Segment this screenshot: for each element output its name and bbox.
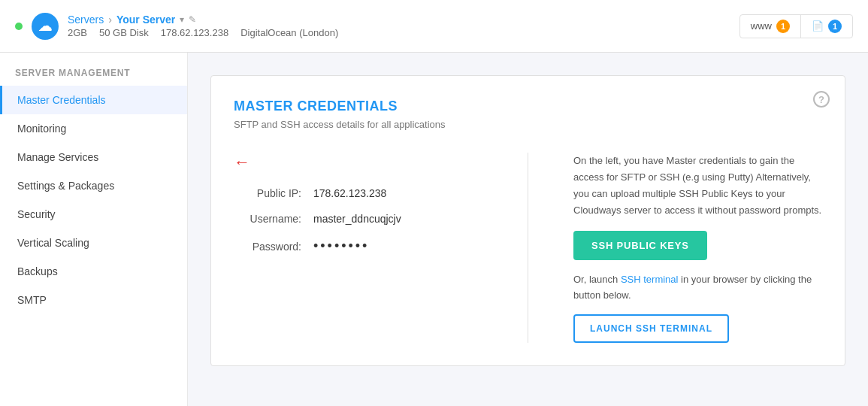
password-label: Password:: [234, 241, 301, 253]
topbar-left: ☁ Servers › Your Server ▾ ✎ 2GB 50 GB Di…: [15, 13, 739, 40]
sidebar-label-settings-packages: Settings & Packages: [17, 180, 114, 192]
sidebar-item-backups[interactable]: Backups: [0, 257, 187, 286]
edit-icon[interactable]: ✎: [189, 14, 196, 25]
layout: Server Management Master Credentials Mon…: [0, 53, 868, 406]
file-icon: 📄: [812, 20, 824, 32]
password-row: Password: ••••••••: [234, 238, 482, 254]
content-subtitle: SFTP and SSH access details for all appl…: [234, 119, 822, 130]
sidebar-label-backups: Backups: [17, 265, 58, 277]
sidebar-label-master-credentials: Master Credentials: [17, 94, 106, 106]
topbar: ☁ Servers › Your Server ▾ ✎ 2GB 50 GB Di…: [0, 0, 868, 53]
ssh-terminal-link[interactable]: SSH terminal: [621, 274, 679, 285]
www-count: 1: [776, 20, 790, 33]
breadcrumb-servers[interactable]: Servers: [68, 14, 104, 26]
public-ip-value: 178.62.123.238: [313, 187, 386, 199]
file-badge[interactable]: 📄 1: [801, 15, 852, 38]
sidebar-item-vertical-scaling[interactable]: Vertical Scaling: [0, 229, 187, 257]
www-badge[interactable]: www 1: [740, 15, 801, 38]
file-count: 1: [828, 20, 842, 33]
sidebar-label-monitoring: Monitoring: [17, 123, 66, 135]
content-title: MASTER CREDENTIALS: [234, 98, 822, 114]
main-content: ? MASTER CREDENTIALS SFTP and SSH access…: [188, 53, 868, 406]
sidebar-label-smtp: SMTP: [17, 294, 47, 306]
server-ram: 2GB: [68, 27, 87, 38]
credentials-left: ← Public IP: 178.62.123.238 Username: ma…: [234, 153, 482, 343]
ssh-note-text: Or, launch SSH terminal in your browser …: [573, 274, 812, 301]
sidebar-item-master-credentials[interactable]: Master Credentials: [0, 86, 187, 114]
credentials-right: On the left, you have Master credentials…: [573, 153, 822, 343]
sidebar-item-security[interactable]: Security: [0, 200, 187, 229]
sidebar-item-monitoring[interactable]: Monitoring: [0, 114, 187, 143]
server-info: Servers › Your Server ▾ ✎ 2GB 50 GB Disk…: [68, 14, 338, 38]
badge-group: www 1 📄 1: [739, 14, 853, 38]
logo-icon: ☁: [32, 13, 59, 40]
sidebar-item-settings-packages[interactable]: Settings & Packages: [0, 171, 187, 200]
ssh-public-keys-button[interactable]: SSH PUBLIC KEYS: [573, 231, 707, 260]
server-ip: 178.62.123.238: [161, 27, 228, 38]
sidebar-item-smtp[interactable]: SMTP: [0, 286, 187, 314]
status-dot: [15, 23, 23, 30]
username-row: Username: master_ddncuqjcjv: [234, 213, 482, 225]
sidebar: Server Management Master Credentials Mon…: [0, 53, 188, 406]
sidebar-label-vertical-scaling: Vertical Scaling: [17, 237, 89, 249]
sidebar-label-security: Security: [17, 208, 56, 220]
right-description: On the left, you have Master credentials…: [573, 153, 822, 219]
breadcrumb: Servers › Your Server ▾ ✎: [68, 14, 338, 26]
sidebar-label-manage-services: Manage Services: [17, 151, 98, 163]
content-card: ? MASTER CREDENTIALS SFTP and SSH access…: [210, 75, 845, 366]
www-label: www: [751, 20, 772, 32]
sidebar-heading: Server Management: [0, 68, 187, 86]
breadcrumb-separator: ›: [108, 14, 112, 26]
chevron-down-icon[interactable]: ▾: [180, 14, 184, 25]
password-value: ••••••••: [313, 238, 369, 254]
divider: [528, 153, 528, 343]
server-meta: 2GB 50 GB Disk 178.62.123.238 DigitalOce…: [68, 27, 338, 38]
ssh-terminal-note: Or, launch SSH terminal in your browser …: [573, 272, 822, 304]
sidebar-item-manage-services[interactable]: Manage Services: [0, 143, 187, 171]
credentials-layout: ← Public IP: 178.62.123.238 Username: ma…: [234, 153, 822, 343]
public-ip-label: Public IP:: [234, 187, 301, 199]
launch-ssh-terminal-button[interactable]: LAUNCH SSH TERMINAL: [573, 314, 729, 343]
red-arrow-icon: ←: [234, 153, 250, 171]
server-disk: 50 GB Disk: [99, 27, 149, 38]
topbar-right: www 1 📄 1: [739, 14, 853, 38]
breadcrumb-current: Your Server: [116, 14, 175, 26]
public-ip-row: Public IP: 178.62.123.238: [234, 187, 482, 199]
username-value: master_ddncuqjcjv: [313, 213, 401, 225]
help-icon[interactable]: ?: [813, 91, 830, 108]
username-label: Username:: [234, 213, 301, 225]
server-provider: DigitalOcean (London): [240, 27, 338, 38]
